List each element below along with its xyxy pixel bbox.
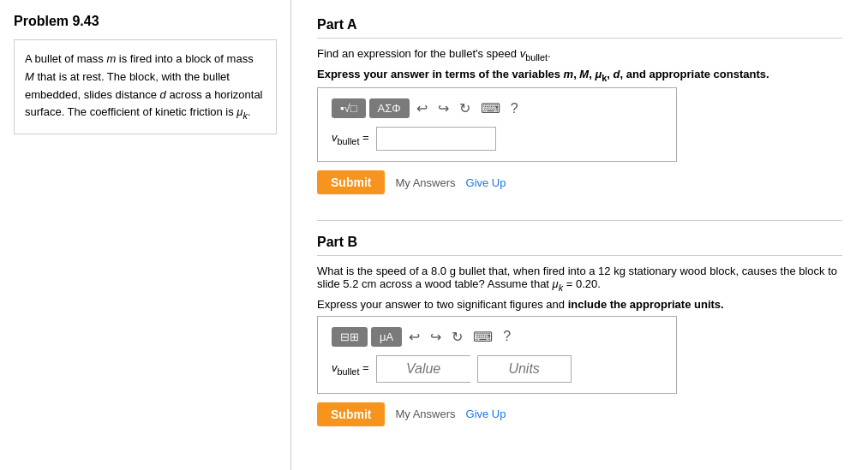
refresh-button[interactable]: ↻ xyxy=(456,98,474,118)
sqrt-button[interactable]: ▪√□ xyxy=(332,98,366,118)
help-button-b[interactable]: ? xyxy=(500,327,514,346)
sidebar: Problem 9.43 A bullet of mass m is fired… xyxy=(0,0,291,470)
part-a-title: Part A xyxy=(317,17,842,39)
refresh-button-b[interactable]: ↻ xyxy=(448,327,466,347)
refresh-icon: ↻ xyxy=(459,101,470,116)
main-content: Part A Find an expression for the bullet… xyxy=(291,0,868,470)
redo-button[interactable]: ↪ xyxy=(434,98,452,118)
problem-title: Problem 9.43 xyxy=(14,14,277,29)
problem-description: A bullet of mass m is fired into a block… xyxy=(14,39,277,134)
help-button[interactable]: ? xyxy=(507,99,522,118)
divider xyxy=(317,220,842,221)
desc-M: M xyxy=(25,70,34,83)
part-b-express-bold: include the appropriate units. xyxy=(568,298,724,311)
part-a-submit-button[interactable]: Submit xyxy=(317,170,385,194)
part-b-give-up-link[interactable]: Give Up xyxy=(466,408,506,420)
part-b-my-answers-link[interactable]: My Answers xyxy=(395,408,455,420)
part-a-section: Part A Find an expression for the bullet… xyxy=(317,17,842,194)
undo-button-b[interactable]: ↩ xyxy=(405,327,423,347)
part-a-input-row: vbullet = xyxy=(332,127,662,151)
part-b-answer-box: ⊟⊞ μΑ ↩ ↪ ↻ ⌨ ? xyxy=(317,316,677,394)
mu-button[interactable]: μΑ xyxy=(371,327,402,347)
part-b-question: What is the speed of a 8.0 g bullet that… xyxy=(317,265,842,293)
alpha-button[interactable]: ΑΣΦ xyxy=(369,98,410,118)
desc-m: m xyxy=(106,52,116,65)
part-a-give-up-link[interactable]: Give Up xyxy=(466,176,506,189)
undo-icon-b: ↩ xyxy=(409,330,420,344)
part-a-my-answers-link[interactable]: My Answers xyxy=(395,176,455,189)
redo-icon-b: ↪ xyxy=(430,330,441,344)
part-b-input-row: vbullet = xyxy=(332,355,662,383)
undo-button[interactable]: ↩ xyxy=(413,98,431,118)
desc-text-5: . xyxy=(248,105,251,118)
matrix-icon: ⊟⊞ xyxy=(340,330,359,343)
part-b-section: Part B What is the speed of a 8.0 g bull… xyxy=(317,235,842,426)
desc-text-1: A bullet of mass xyxy=(25,52,106,65)
v-label-sub-b: bullet xyxy=(338,366,360,377)
part-b-toolbar: ⊟⊞ μΑ ↩ ↪ ↻ ⌨ ? xyxy=(332,327,662,347)
sqrt-icon: ▪√□ xyxy=(340,102,357,115)
redo-icon: ↪ xyxy=(438,101,449,116)
find-text: Find an expression for the bullet's spee… xyxy=(317,47,520,60)
part-b-express: Express your answer to two significant f… xyxy=(317,298,842,311)
part-b-title: Part B xyxy=(317,235,842,256)
help-icon: ? xyxy=(511,101,518,116)
find-var-sub: bullet xyxy=(525,52,548,62)
part-b-action-row: Submit My Answers Give Up xyxy=(317,402,842,426)
keyboard-icon-b: ⌨ xyxy=(473,330,493,344)
express-bold: Express your answer in terms of the vari… xyxy=(317,68,769,80)
part-a-toolbar: ▪√□ ΑΣΦ ↩ ↪ ↻ ⌨ ? xyxy=(332,98,662,118)
v-label-sub: bullet xyxy=(338,136,360,146)
desc-muk: μk xyxy=(236,105,248,118)
part-a-answer-input[interactable] xyxy=(376,127,496,151)
desc-d: d xyxy=(160,88,166,101)
undo-icon: ↩ xyxy=(416,101,428,116)
help-icon-b: ? xyxy=(503,329,511,343)
keyboard-button-b[interactable]: ⌨ xyxy=(470,327,496,347)
part-a-answer-box: ▪√□ ΑΣΦ ↩ ↪ ↻ ⌨ ? xyxy=(317,87,677,162)
part-b-units-input[interactable] xyxy=(477,355,572,383)
keyboard-button[interactable]: ⌨ xyxy=(477,98,504,118)
part-b-submit-button[interactable]: Submit xyxy=(317,402,385,426)
part-a-action-row: Submit My Answers Give Up xyxy=(317,170,842,194)
part-a-input-label: vbullet = xyxy=(332,131,369,146)
redo-button-b[interactable]: ↪ xyxy=(427,327,445,347)
part-a-find-text: Find an expression for the bullet's spee… xyxy=(317,47,842,62)
find-period: . xyxy=(548,47,551,60)
part-b-value-input[interactable] xyxy=(376,355,470,383)
part-b-input-label: vbullet = xyxy=(332,361,369,377)
keyboard-icon: ⌨ xyxy=(481,101,500,116)
mu-icon: μΑ xyxy=(380,330,393,343)
matrix-button[interactable]: ⊟⊞ xyxy=(332,327,368,347)
alpha-icon: ΑΣΦ xyxy=(378,102,401,115)
mu-k-var: μk xyxy=(553,277,564,290)
refresh-icon-b: ↻ xyxy=(452,330,463,344)
part-a-express-text: Express your answer in terms of the vari… xyxy=(317,68,842,83)
desc-text-2: is fired into a block of mass xyxy=(116,52,253,65)
